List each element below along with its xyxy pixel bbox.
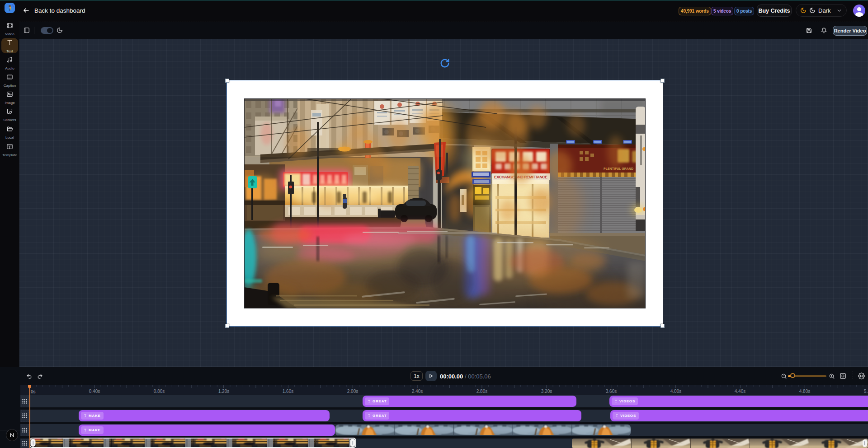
svg-text:2.80s: 2.80s — [476, 389, 487, 394]
svg-text:1.20s: 1.20s — [218, 389, 229, 394]
svg-text:2.40s: 2.40s — [412, 389, 423, 394]
svg-text:4.40s: 4.40s — [735, 389, 745, 394]
svg-text:3.20s: 3.20s — [541, 389, 552, 394]
svg-text:4.00s: 4.00s — [670, 389, 681, 394]
svg-text:0.40s: 0.40s — [89, 389, 100, 394]
svg-text:0.80s: 0.80s — [154, 389, 165, 394]
svg-text:2.00s: 2.00s — [347, 389, 358, 394]
svg-text:1.60s: 1.60s — [283, 389, 293, 394]
svg-text:5.20s: 5.20s — [864, 389, 868, 394]
svg-text:4.80s: 4.80s — [799, 389, 810, 394]
svg-text:3.60s: 3.60s — [606, 389, 617, 394]
